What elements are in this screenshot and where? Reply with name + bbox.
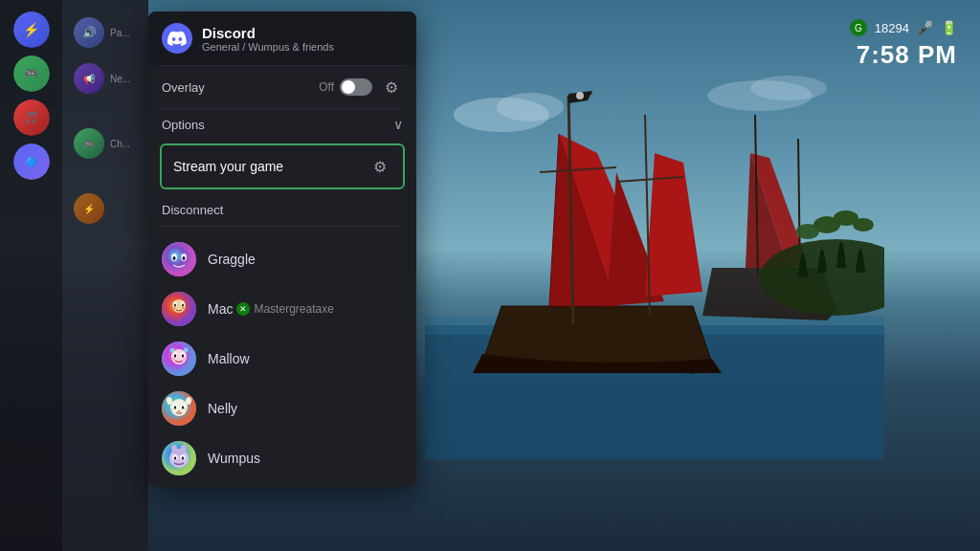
svg-point-19 bbox=[162, 242, 196, 276]
svg-point-52 bbox=[178, 410, 181, 412]
channel-label-2: Ne... bbox=[110, 74, 130, 84]
member-item-graggle[interactable]: Graggle bbox=[148, 234, 416, 284]
sidebar-server-icon-2[interactable]: 🎮 bbox=[13, 55, 50, 92]
disconnect-label: Disconnect bbox=[162, 203, 223, 217]
svg-point-61 bbox=[182, 456, 184, 460]
discord-logo bbox=[162, 23, 192, 54]
svg-point-49 bbox=[182, 406, 184, 409]
stream-game-button[interactable]: Stream your game ⚙ bbox=[160, 143, 405, 189]
overlay-toggle[interactable] bbox=[340, 78, 372, 96]
member-name-graggle: Graggle bbox=[208, 252, 256, 267]
svg-point-36 bbox=[174, 354, 176, 358]
svg-point-30 bbox=[173, 307, 176, 310]
svg-point-28 bbox=[174, 304, 176, 307]
toggle-off-text: Off bbox=[319, 80, 334, 94]
sidebar-server-icon-1[interactable]: ⚡ bbox=[13, 11, 50, 48]
hud: G 18294 🎤 🔋 7:58 PM bbox=[850, 19, 957, 70]
discord-panel: Discord General / Wumpus & friends Overl… bbox=[148, 11, 416, 487]
channel-label-1: Pa... bbox=[110, 28, 130, 38]
svg-point-14 bbox=[853, 218, 874, 231]
ship-svg bbox=[425, 57, 884, 459]
channel-item-4[interactable]: ⚡ bbox=[70, 187, 141, 230]
members-list: Graggle Mac ✕ bbox=[148, 227, 416, 487]
member-item-wumpus[interactable]: Wumpus bbox=[148, 433, 416, 483]
member-name-wumpus: Wumpus bbox=[208, 451, 260, 466]
hud-icons: G 18294 🎤 🔋 bbox=[850, 19, 957, 36]
svg-point-62 bbox=[177, 461, 181, 463]
member-item-mallow[interactable]: Mallow bbox=[148, 334, 416, 384]
svg-point-18 bbox=[750, 76, 827, 100]
svg-point-40 bbox=[170, 348, 175, 353]
svg-point-22 bbox=[173, 256, 176, 260]
hud-battery-icon: 🔋 bbox=[941, 20, 957, 35]
member-avatar-wumpus bbox=[162, 441, 196, 475]
svg-point-57 bbox=[181, 445, 187, 452]
disconnect-row[interactable]: Disconnect bbox=[148, 193, 416, 226]
svg-point-31 bbox=[183, 307, 186, 310]
options-label: Options bbox=[162, 118, 393, 132]
xbox-tag-mac: Mastergreataxe bbox=[254, 302, 333, 316]
panel-header: Discord General / Wumpus & friends bbox=[148, 11, 416, 65]
channel-item-1[interactable]: 🔊 Pa... bbox=[70, 11, 141, 54]
member-avatar-mallow bbox=[162, 342, 196, 376]
stream-label: Stream your game bbox=[173, 159, 368, 174]
overlay-row: Overlay Off ⚙ bbox=[148, 66, 416, 108]
chevron-down-icon: ∨ bbox=[393, 117, 403, 132]
stream-gear-icon[interactable]: ⚙ bbox=[368, 155, 391, 178]
member-item-mac[interactable]: Mac ✕ Mastergreataxe bbox=[148, 284, 416, 334]
member-name-mac-container: Mac ✕ Mastergreataxe bbox=[208, 301, 334, 317]
member-avatar-graggle bbox=[162, 242, 196, 276]
svg-point-50 bbox=[170, 408, 174, 411]
overlay-gear-button[interactable]: ⚙ bbox=[380, 76, 403, 99]
svg-point-51 bbox=[184, 408, 188, 411]
header-text: Discord General / Wumpus & friends bbox=[202, 25, 334, 53]
hud-time: 7:58 PM bbox=[850, 40, 957, 70]
svg-point-37 bbox=[182, 354, 184, 358]
hud-mic-icon: 🎤 bbox=[917, 20, 933, 35]
xbox-icon-mac: ✕ bbox=[236, 302, 250, 316]
svg-point-29 bbox=[182, 304, 184, 307]
channel-item-2[interactable]: 📢 Ne... bbox=[70, 57, 141, 99]
svg-point-16 bbox=[497, 93, 564, 121]
svg-point-23 bbox=[183, 256, 186, 260]
hud-xbox-icon: G bbox=[850, 19, 867, 36]
member-name-mallow: Mallow bbox=[208, 351, 250, 366]
toggle-container: Off bbox=[319, 78, 372, 96]
left-sidebar: ⚡ 🎮 🎵 🔷 bbox=[0, 0, 62, 551]
channel-item-3[interactable]: 🎮 Ch... bbox=[70, 122, 141, 165]
svg-point-56 bbox=[171, 445, 177, 452]
channel-name: General / Wumpus & friends bbox=[202, 41, 334, 53]
options-row[interactable]: Options ∨ bbox=[148, 109, 416, 140]
overlay-label: Overlay bbox=[162, 80, 311, 95]
svg-point-60 bbox=[174, 456, 176, 460]
sidebar-server-icon-3[interactable]: 🎵 bbox=[13, 99, 50, 136]
svg-point-41 bbox=[184, 348, 189, 353]
member-name-nelly: Nelly bbox=[208, 401, 237, 416]
svg-point-48 bbox=[174, 406, 176, 409]
hud-score: 18294 bbox=[875, 21, 909, 35]
member-avatar-nelly bbox=[162, 391, 196, 426]
member-avatar-mac bbox=[162, 292, 196, 326]
member-item-nelly[interactable]: Nelly bbox=[148, 384, 416, 433]
toggle-knob bbox=[342, 80, 355, 94]
svg-point-5 bbox=[576, 92, 584, 99]
sidebar-server-icon-4[interactable]: 🔷 bbox=[13, 143, 50, 180]
svg-point-38 bbox=[171, 358, 175, 361]
channel-sidebar: 🔊 Pa... 📢 Ne... 🎮 Ch... ⚡ bbox=[62, 0, 148, 551]
member-name-mac: Mac bbox=[208, 301, 233, 317]
channel-label-3: Ch... bbox=[110, 139, 130, 149]
svg-point-39 bbox=[183, 358, 187, 361]
app-name: Discord bbox=[202, 25, 334, 41]
